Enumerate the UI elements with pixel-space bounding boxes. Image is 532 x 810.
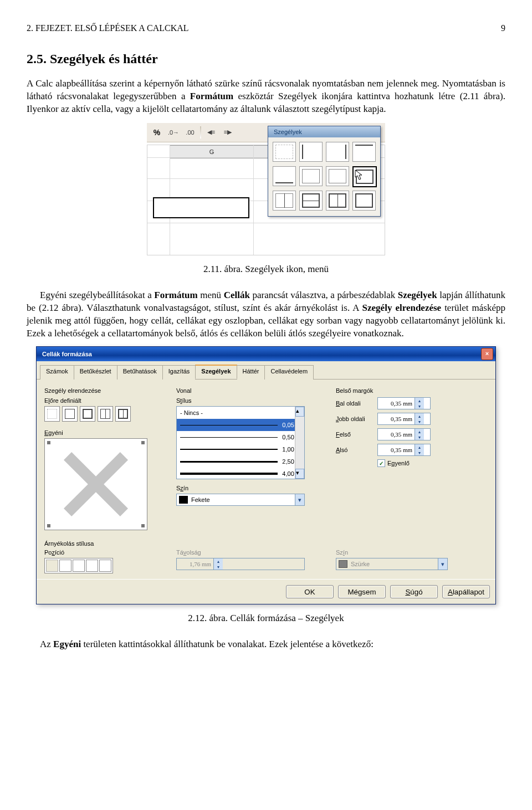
style-none[interactable]: - Nincs - [180,409,203,416]
tab-igazitas[interactable]: Igazítás [162,365,196,380]
reset-button[interactable]: Alapállapot [442,585,490,598]
tab-cellavedelem[interactable]: Cellavédelem [264,365,314,380]
predef-label: Előre definiált [44,397,161,404]
help-button[interactable]: Súgó [390,585,438,598]
margin-left-spin[interactable]: ▴▾ [377,397,431,409]
border-box-h-icon[interactable] [299,191,323,211]
format-cells-dialog: Cellák formázása × Számok Betűkészlet Be… [36,346,496,604]
margin-right-spin[interactable]: ▴▾ [377,413,431,425]
border-topbottom-icon[interactable] [326,166,349,186]
shadow-heading: Árnyékolás stílusa [44,540,488,547]
shadow-bottomleft-icon[interactable] [86,560,98,572]
popup-title: Szegélyek [268,126,380,137]
p2-a: Egyéni szegélybeállításokat a [40,290,154,300]
header-page-number: 9 [501,22,505,34]
spin-down-icon[interactable]: ▾ [415,450,424,455]
predef-presets [44,406,161,422]
decrease-indent-icon[interactable]: ◀≡ [204,126,218,139]
tab-szegelyek[interactable]: Szegélyek [195,365,237,379]
border-inner-v-icon[interactable] [273,191,296,211]
grey-swatch-icon [339,560,347,568]
p3-b: területen kattintásokkal állíthatunk be … [81,639,374,649]
active-cell[interactable] [153,197,249,218]
spin-up-icon[interactable]: ▴ [415,444,424,450]
shadow-distance-input [177,561,213,567]
margin-top-spin[interactable]: ▴▾ [377,428,431,440]
margin-bottom-spin[interactable]: ▴▾ [377,444,431,456]
preset-none-icon[interactable] [44,406,60,422]
spin-down-icon[interactable]: ▾ [415,419,424,424]
line-column: Vonal Stílus - Nincs - 0,05 pt 0,50 pt 1… [176,387,320,530]
custom-label: Egyéni [44,429,161,436]
equal-checkbox[interactable]: ✓ Egyenlő [377,459,433,467]
dialog-title-text: Cellák formázása [42,351,92,357]
spin-up-icon: ▴ [214,558,223,564]
spin-down-icon[interactable]: ▾ [415,434,424,440]
tab-szamok[interactable]: Számok [40,365,74,380]
margin-left-input[interactable] [378,400,415,407]
ok-button[interactable]: OK [286,585,334,598]
para1-bold-formatum: Formátum [190,91,233,101]
shadow-color-dropdown: Szürke ▾ [336,558,448,570]
chevron-down-icon[interactable]: ▾ [295,494,304,505]
shadow-dist-label: Távolság [176,549,320,556]
spin-down-icon[interactable]: ▾ [415,403,424,409]
dialog-tabs: Számok Betűkészlet Betűhatások Igazítás … [37,361,495,380]
shadow-topright-icon[interactable] [73,560,85,572]
dialog-buttons: OK Mégsem Súgó Alapállapot [37,579,495,604]
preset-outer-icon[interactable] [80,406,95,422]
line-heading: Vonal [176,387,320,394]
close-icon[interactable]: × [481,348,493,360]
spin-up-icon[interactable]: ▴ [415,429,424,434]
shadow-color-label: Szín [336,549,488,556]
tab-hatter[interactable]: Háttér [237,365,265,380]
page-header: 2. FEJEZET. ELSŐ LÉPÉSEK A CALCKAL 9 [27,22,505,34]
section-heading: 2.5. Szegélyek és háttér [27,50,505,68]
margins-column: Belső margók Bal oldali ▴▾ Jobb oldali ▴… [336,387,488,530]
cursor-icon [355,170,364,181]
scroll-down-icon[interactable]: ▾ [295,469,304,479]
style-list[interactable]: - Nincs - 0,05 pt 0,50 pt 1,00 pt 2,50 p… [176,406,305,479]
shadow-position-picker[interactable] [44,558,113,573]
line-color-dropdown[interactable]: Fekete ▾ [176,494,305,506]
border-top-icon[interactable] [352,142,376,162]
scroll-up-icon[interactable]: ▴ [295,407,304,417]
border-all-icon[interactable] [352,191,376,211]
border-box-v-icon[interactable] [326,191,349,211]
border-left-icon[interactable] [299,142,323,162]
border-right-icon[interactable] [326,142,349,162]
preset-grid-icon[interactable] [98,406,113,422]
remove-decimal-icon[interactable]: .00 [183,126,197,139]
spin-up-icon[interactable]: ▴ [415,398,424,403]
figure-2-11-caption: 2.11. ábra. Szegélyek ikon, menü [27,263,505,276]
margins-heading: Belső margók [336,387,488,394]
border-bottom-icon[interactable] [273,166,296,186]
margin-bottom-input[interactable] [378,447,415,453]
paragraph-3: Az Egyéni területen kattintásokkal állít… [27,638,505,651]
shadow-bottomright-icon[interactable] [99,560,111,572]
tab-betuhatasok[interactable]: Betűhatások [117,365,163,380]
column-header-g[interactable]: G [170,145,254,158]
margin-right-input[interactable] [378,416,415,422]
preset-box-icon[interactable] [62,406,78,422]
margin-top-label: Felső [336,431,372,438]
preset-outergrid-icon[interactable] [115,406,131,422]
style-label: Stílus [176,397,320,404]
custom-preview[interactable] [44,438,147,530]
border-leftright-icon[interactable] [299,166,323,186]
paragraph-1: A Calc alapbeállítása szerint a képernyő… [27,78,505,116]
increase-indent-icon[interactable]: ≡▶ [221,126,234,139]
p2-c: parancsát választva, a párbeszédablak [250,290,398,300]
tab-betukeszlet[interactable]: Betűkészlet [74,365,117,380]
border-none-icon[interactable] [273,142,296,162]
header-left: 2. FEJEZET. ELSŐ LÉPÉSEK A CALCKAL [27,22,189,34]
add-decimal-icon[interactable]: .0→ [167,126,180,139]
shadow-none-icon[interactable] [46,560,58,572]
spin-up-icon[interactable]: ▴ [415,413,424,419]
cancel-button[interactable]: Mégsem [338,585,386,598]
margin-top-input[interactable] [378,431,415,438]
p2-bold-elrendezes: Szegély elrendezése [362,303,442,313]
shadow-topleft-icon[interactable] [59,560,71,572]
p3-a: Az [40,639,53,649]
percent-icon[interactable]: % [150,126,163,139]
